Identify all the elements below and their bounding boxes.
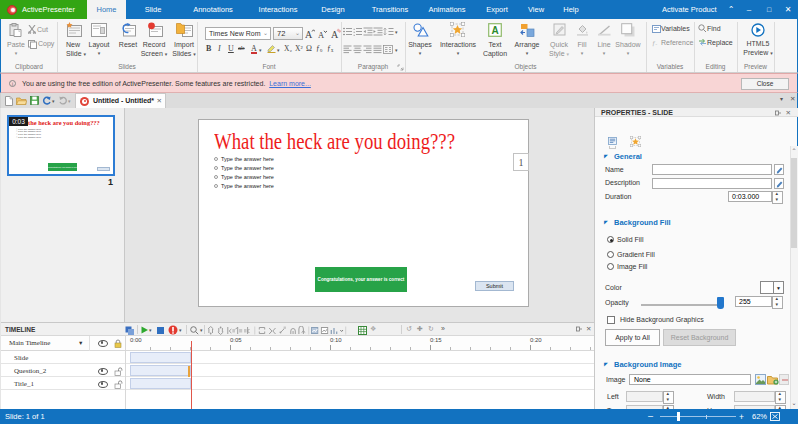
svg-text:A: A bbox=[305, 29, 313, 39]
svg-text:A: A bbox=[491, 25, 498, 36]
